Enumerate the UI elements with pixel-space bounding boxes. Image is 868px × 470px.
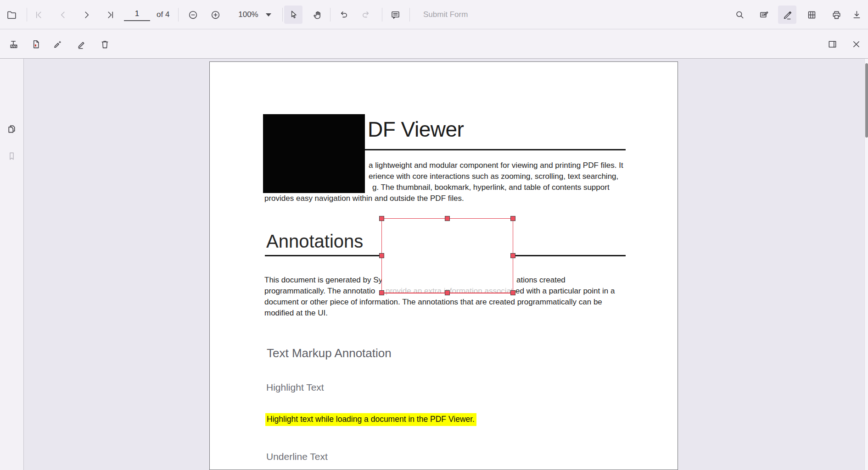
text-select-tool-button[interactable] xyxy=(284,6,302,24)
paragraph-line: provides easy navigation within and outs… xyxy=(264,194,464,203)
annotations-heading: Annotations xyxy=(266,231,363,252)
text-markup-button[interactable] xyxy=(5,35,23,53)
resize-handle-bottom-center[interactable] xyxy=(445,290,450,295)
comment-button[interactable] xyxy=(386,6,404,24)
separator xyxy=(382,8,382,22)
cursor-arrow-icon xyxy=(288,10,299,20)
text-markup-icon xyxy=(9,39,19,50)
first-page-icon xyxy=(34,10,44,20)
paragraph-line: a lightweight and modular component for … xyxy=(369,161,623,170)
zoom-level-value: 100% xyxy=(238,10,258,19)
resize-handle-top-left[interactable] xyxy=(379,216,384,221)
resize-handle-middle-left[interactable] xyxy=(379,253,384,258)
open-file-icon xyxy=(6,10,17,20)
underline-text-label: Underline Text xyxy=(266,451,328,462)
form-designer-button[interactable] xyxy=(802,6,821,24)
pencil-sparkle-icon xyxy=(53,39,63,50)
bookmark-icon xyxy=(6,151,17,161)
resize-handle-top-right[interactable] xyxy=(510,216,515,221)
resize-handle-top-center[interactable] xyxy=(445,216,450,221)
separator xyxy=(409,8,410,22)
resize-handle-bottom-right[interactable] xyxy=(510,290,515,295)
paragraph-line: g. The thumbnail, bookmark, hyperlink, a… xyxy=(372,183,610,192)
pages-icon xyxy=(6,124,17,134)
search-icon xyxy=(734,10,745,20)
annotation-comment-button[interactable] xyxy=(755,6,773,24)
previous-page-button[interactable] xyxy=(54,6,72,24)
paragraph-line: erience with core interactions such as z… xyxy=(369,172,618,181)
last-page-icon xyxy=(105,10,116,20)
black-rectangle-annotation[interactable] xyxy=(263,114,365,193)
close-annotation-toolbar-button[interactable] xyxy=(847,35,865,53)
zoom-in-button[interactable] xyxy=(206,6,224,24)
rectangle-annotation-selected[interactable] xyxy=(381,218,513,293)
separator xyxy=(282,8,283,22)
highlight-text-label: Highlight Text xyxy=(266,382,324,393)
redo-icon xyxy=(360,10,371,20)
separator xyxy=(330,8,330,22)
resize-handle-middle-right[interactable] xyxy=(510,253,515,258)
pdf-page[interactable]: DF Viewer a lightweight and modular comp… xyxy=(209,61,678,470)
ink-pen-icon xyxy=(76,39,87,50)
chevron-down-icon xyxy=(266,13,271,17)
scrollbar-thumb[interactable] xyxy=(865,63,868,138)
highlighted-text[interactable]: Highlight text while loading a document … xyxy=(265,413,476,426)
shape-annotation-button[interactable] xyxy=(27,35,45,53)
delete-annotation-button[interactable] xyxy=(95,35,114,53)
document-title: DF Viewer xyxy=(368,117,464,142)
resize-handle-bottom-left[interactable] xyxy=(379,290,384,295)
ink-annotation-button[interactable] xyxy=(72,35,90,53)
document-stamp-icon xyxy=(31,39,41,50)
page-number-input[interactable] xyxy=(124,7,150,21)
pan-tool-button[interactable] xyxy=(308,6,326,24)
print-button[interactable] xyxy=(827,6,846,24)
hand-icon xyxy=(312,10,323,20)
vertical-scrollbar[interactable] xyxy=(864,59,868,470)
undo-icon xyxy=(339,10,349,20)
separator xyxy=(27,8,27,22)
zoom-out-button[interactable] xyxy=(184,6,202,24)
paragraph-line: programmatically. The annotatio xyxy=(264,287,375,296)
undo-button[interactable] xyxy=(335,6,353,24)
highlighted-sentence-wrap: Highlight text while loading a document … xyxy=(265,413,476,426)
submit-form-button[interactable]: Submit Form xyxy=(423,10,468,19)
comment-icon xyxy=(390,10,401,20)
bookmarks-button[interactable] xyxy=(3,148,20,164)
annotation-toolbar xyxy=(0,29,868,59)
paragraph-line: document or other piece of information. … xyxy=(264,298,602,307)
text-markup-subheading: Text Markup Annotation xyxy=(267,346,392,360)
pencil-underline-icon xyxy=(782,10,793,20)
navigation-sidebar xyxy=(0,59,24,470)
panel-icon xyxy=(827,39,838,50)
trash-icon xyxy=(100,39,110,50)
page-thumbnails-button[interactable] xyxy=(3,121,20,137)
comment-panel-button[interactable] xyxy=(823,35,841,53)
paragraph-line: ations created xyxy=(516,276,566,285)
zoom-level-dropdown[interactable]: 100% xyxy=(232,6,278,24)
search-button[interactable] xyxy=(730,6,749,24)
previous-page-icon xyxy=(58,10,68,20)
redo-button[interactable] xyxy=(356,6,375,24)
zoom-out-icon xyxy=(188,10,198,20)
download-icon xyxy=(851,10,862,20)
first-page-button[interactable] xyxy=(29,6,48,24)
page-count-label: of 4 xyxy=(157,10,169,19)
paragraph-line: modified at the UI. xyxy=(264,309,328,318)
pdf-viewer-app: of 4 100% Submit For xyxy=(0,0,868,470)
paragraph-line: This document is generated by Sy xyxy=(264,276,382,285)
grid-icon xyxy=(806,10,817,20)
open-file-button[interactable] xyxy=(2,6,21,24)
document-viewport[interactable]: DF Viewer a lightweight and modular comp… xyxy=(24,59,864,470)
paragraph-line: ed with a particular point in a xyxy=(515,287,615,296)
calibrate-annotation-button[interactable] xyxy=(49,35,67,53)
annotation-edit-button[interactable] xyxy=(778,6,796,24)
next-page-button[interactable] xyxy=(77,6,95,24)
printer-icon xyxy=(831,10,842,20)
next-page-icon xyxy=(81,10,92,20)
main-toolbar: of 4 100% Submit For xyxy=(0,0,868,29)
last-page-button[interactable] xyxy=(101,6,119,24)
separator xyxy=(178,8,179,22)
note-pencil-icon xyxy=(759,10,769,20)
close-icon xyxy=(851,39,862,50)
download-button[interactable] xyxy=(847,6,866,24)
